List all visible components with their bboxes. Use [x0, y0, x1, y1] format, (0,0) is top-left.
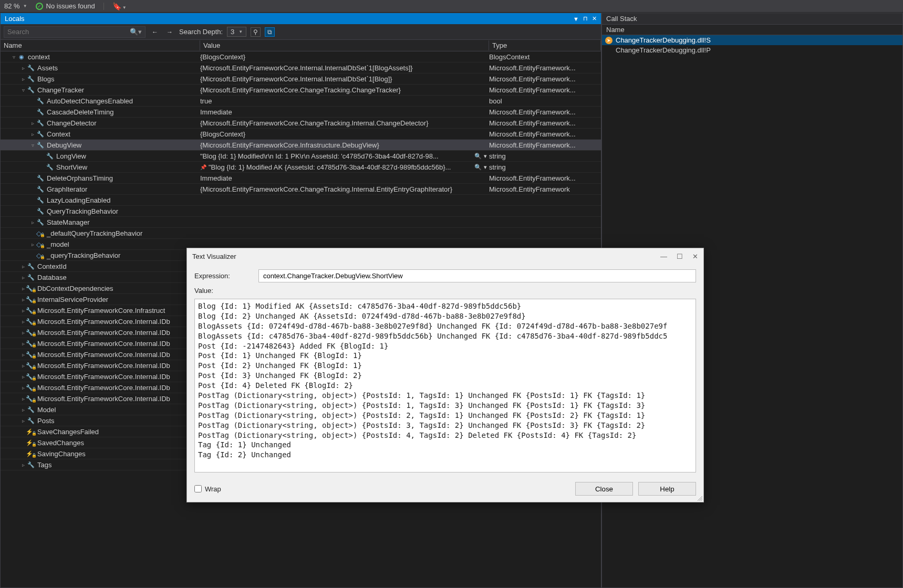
property-icon: 🔧	[27, 273, 35, 281]
locals-row[interactable]: ▹🔧Context{BlogsContext}Microsoft.EntityF…	[1, 129, 601, 140]
expand-toggle[interactable]: ▹	[29, 219, 36, 225]
locals-row[interactable]: 🔧DeleteOrphansTimingImmediateMicrosoft.E…	[1, 173, 601, 184]
var-name: ShortView	[56, 163, 87, 171]
expand-toggle[interactable]: ▹	[19, 462, 27, 468]
close-icon[interactable]: ✕	[592, 15, 597, 22]
col-value[interactable]: Value	[200, 40, 489, 50]
visualizer-title-bar[interactable]: Text Visualizer — ☐ ✕	[187, 248, 703, 264]
help-button[interactable]: Help	[638, 482, 696, 496]
expand-toggle[interactable]: ▹	[29, 120, 36, 126]
private-field-icon: ◇🔒	[36, 251, 45, 259]
wrap-checkbox[interactable]: Wrap	[194, 485, 221, 493]
callstack-header[interactable]: Name	[602, 25, 902, 35]
tree-icon[interactable]: ⧉	[265, 27, 275, 37]
locals-row[interactable]: 🔧CascadeDeleteTimingImmediateMicrosoft.E…	[1, 107, 601, 118]
nav-forward-icon[interactable]: →	[164, 27, 175, 37]
locals-row[interactable]: ▹🔧Blogs{Microsoft.EntityFrameworkCore.In…	[1, 74, 601, 85]
magnifier-icon[interactable]: 🔍	[474, 164, 482, 171]
locals-title-bar[interactable]: Locals ▼ ⊓ ✕	[1, 13, 601, 24]
var-type: Microsoft.EntityFramework...	[489, 130, 601, 138]
expand-toggle[interactable]: ▿	[29, 142, 36, 148]
private-field-icon: ◇🔒	[36, 229, 45, 237]
locals-row[interactable]: 🔧LongView"Blog {Id: 1} Modified\r\n Id: …	[1, 151, 601, 162]
locals-row[interactable]: ▿◉context{BlogsContext}BlogsContext	[1, 51, 601, 62]
expression-input[interactable]	[258, 269, 696, 282]
expand-toggle[interactable]: ▹	[19, 407, 27, 413]
close-icon[interactable]: ✕	[692, 253, 698, 260]
wrap-checkbox-input[interactable]	[194, 485, 202, 492]
locals-row[interactable]: ▿🔧ChangeTracker{Microsoft.EntityFramewor…	[1, 85, 601, 96]
locals-row[interactable]: ▿🔧DebugView{Microsoft.EntityFrameworkCor…	[1, 140, 601, 151]
col-name[interactable]: Name	[1, 40, 200, 50]
expand-toggle[interactable]: ▹	[19, 264, 27, 269]
search-input[interactable]: 🔍▾	[4, 26, 146, 38]
callstack-row[interactable]: ChangeTrackerDebugging.dll!P	[602, 45, 902, 55]
locals-row[interactable]: ◇🔒_defaultQueryTrackingBehavior	[1, 228, 601, 239]
locals-row[interactable]: 🔧AutoDetectChangesEnabledtruebool	[1, 96, 601, 107]
callstack-body[interactable]: ➤ChangeTrackerDebugging.dll!SChangeTrack…	[602, 35, 902, 55]
var-name: Blogs	[37, 75, 55, 83]
issues-indicator[interactable]: ✓ No issues found	[36, 2, 95, 10]
expand-toggle[interactable]: ▿	[19, 87, 27, 93]
locals-row[interactable]: ▹🔧ChangeDetector{Microsoft.EntityFramewo…	[1, 118, 601, 129]
expand-toggle[interactable]: ▿	[10, 54, 17, 60]
var-name: Microsoft.EntityFrameworkCore.Internal.I…	[37, 318, 170, 326]
private-property-icon: 🔧🔒	[27, 372, 35, 381]
expand-toggle[interactable]: ▹	[29, 242, 36, 247]
locals-row[interactable]: ▹🔧Assets{Microsoft.EntityFrameworkCore.I…	[1, 62, 601, 74]
depth-combo[interactable]: 3 ▼	[227, 27, 246, 37]
property-icon: 🔧	[36, 196, 45, 204]
private-property-icon: 🔧🔒	[27, 361, 35, 370]
locals-row[interactable]: 🔧ShortView📌"Blog {Id: 1} Modified AK {As…	[1, 162, 601, 173]
expand-toggle[interactable]: ▹	[19, 275, 27, 280]
var-value: {BlogsContext}	[200, 53, 487, 61]
var-value: {Microsoft.EntityFrameworkCore.Internal.…	[200, 75, 487, 83]
tag-icon[interactable]: 🔖▼	[112, 2, 127, 10]
search-field[interactable]	[7, 28, 130, 36]
frame-text: ChangeTrackerDebugging.dll!P	[616, 46, 711, 54]
var-type: Microsoft.EntityFramework...	[489, 86, 601, 94]
expand-toggle[interactable]: ▹	[19, 65, 27, 71]
var-name: Model	[37, 406, 56, 414]
var-name: context	[28, 53, 50, 61]
property-icon: 🔧	[27, 262, 35, 270]
divider	[103, 3, 104, 10]
var-name: Posts	[37, 417, 55, 425]
callstack-title[interactable]: Call Stack	[602, 13, 902, 25]
locals-row[interactable]: 🔧QueryTrackingBehavior	[1, 206, 601, 217]
close-button[interactable]: Close	[575, 482, 633, 496]
expand-toggle[interactable]: ▹	[19, 76, 27, 82]
resize-grip[interactable]	[696, 495, 702, 501]
value-label: Value:	[194, 287, 696, 295]
locals-row[interactable]: 🔧LazyLoadingEnabled	[1, 195, 601, 206]
private-property-icon: 🔧🔒	[27, 350, 35, 359]
check-circle-icon: ✓	[36, 3, 43, 10]
expand-toggle[interactable]: ▹	[19, 418, 27, 424]
locals-grid-header: Name Value Type	[1, 40, 601, 51]
var-name: Microsoft.EntityFrameworkCore.Internal.I…	[37, 329, 170, 337]
window-dropdown-icon[interactable]: ▼	[573, 16, 579, 22]
minimize-icon[interactable]: —	[660, 253, 667, 260]
var-value: {Microsoft.EntityFrameworkCore.ChangeTra…	[200, 185, 487, 193]
locals-row[interactable]: 🔧GraphIterator{Microsoft.EntityFramework…	[1, 184, 601, 195]
locals-row[interactable]: ▹🔧StateManager	[1, 217, 601, 228]
visualizer-dropdown-icon[interactable]: ▾	[484, 164, 487, 171]
value-textarea[interactable]: Blog {Id: 1} Modified AK {AssetsId: c478…	[194, 299, 696, 472]
status-bar: 82 % ▼ ✓ No issues found 🔖▼	[0, 0, 903, 13]
search-icon[interactable]: 🔍▾	[130, 28, 142, 36]
expand-toggle[interactable]: ▹	[29, 131, 36, 137]
zoom-indicator[interactable]: 82 % ▼	[4, 2, 27, 10]
var-name: LazyLoadingEnabled	[47, 196, 110, 204]
pin-icon[interactable]: 📌	[200, 164, 206, 170]
maximize-icon[interactable]: ☐	[677, 253, 683, 260]
callstack-row[interactable]: ➤ChangeTrackerDebugging.dll!S	[602, 35, 902, 45]
filter-icon[interactable]: ⚲	[251, 27, 261, 37]
visualizer-dropdown-icon[interactable]: ▾	[484, 153, 487, 160]
pin-icon[interactable]: ⊓	[583, 15, 588, 22]
var-name: SaveChangesFailed	[37, 428, 99, 436]
property-icon: 🔧	[36, 141, 45, 149]
col-type[interactable]: Type	[489, 40, 601, 50]
nav-back-icon[interactable]: ←	[150, 27, 160, 37]
var-name: QueryTrackingBehavior	[47, 207, 118, 215]
magnifier-icon[interactable]: 🔍	[474, 153, 482, 160]
